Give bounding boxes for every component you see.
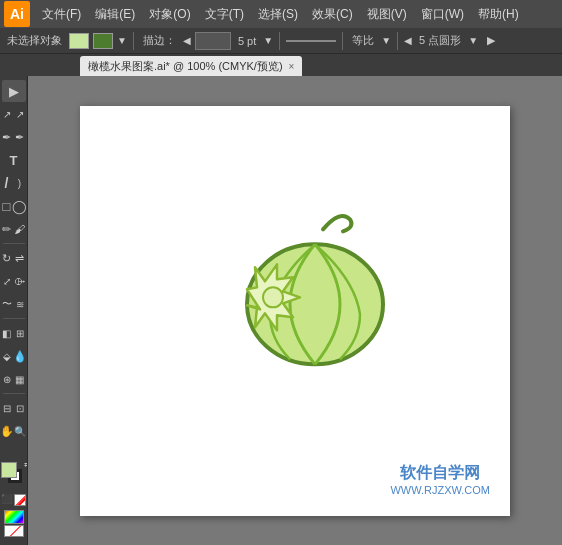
- ellipse-tool[interactable]: ◯: [14, 195, 26, 217]
- app-logo: Ai: [4, 1, 30, 27]
- anchor-tool[interactable]: ✒: [14, 126, 26, 148]
- type-tool[interactable]: T: [2, 149, 26, 171]
- tab-filename: 橄榄水果图案.ai* @ 100% (CMYK/预览): [88, 59, 283, 74]
- pencil-brush-pair: ✏ 🖌: [1, 218, 27, 240]
- scale-tool[interactable]: ⤢: [1, 270, 13, 292]
- document-tab[interactable]: 橄榄水果图案.ai* @ 100% (CMYK/预览) ×: [80, 56, 302, 76]
- hand-zoom-pair: ✋ 🔍: [1, 420, 27, 442]
- reshape-tool[interactable]: ≋: [14, 293, 26, 315]
- symbol-tool[interactable]: ⊛: [1, 368, 13, 390]
- menu-object[interactable]: 对象(O): [143, 4, 196, 25]
- shape-tool-pair: □ ◯: [1, 195, 27, 217]
- shape-dropdown[interactable]: ▼: [468, 35, 478, 46]
- reflect-tool[interactable]: ⇌: [14, 247, 26, 269]
- pen-tool-pair: ✒ ✒: [1, 126, 27, 148]
- default-reset-row: ⬛: [1, 494, 26, 506]
- stroke-label: 描边：: [140, 33, 179, 48]
- gradient-tool[interactable]: ◧: [1, 322, 13, 344]
- warp-pair: 〜 ≋: [1, 293, 27, 315]
- menu-window[interactable]: 窗口(W): [415, 4, 470, 25]
- watermark-url: WWW.RJZXW.COM: [390, 484, 490, 496]
- none-slash: [14, 494, 26, 506]
- rect-tool[interactable]: □: [1, 195, 13, 217]
- watermark: 软件自学网 WWW.RJZXW.COM: [390, 463, 490, 496]
- tab-colormode: CMYK/预览: [222, 60, 279, 72]
- none-slash-2: [7, 525, 22, 537]
- stroke-value-display: 5 pt: [235, 35, 259, 47]
- ratio-dropdown[interactable]: ▼: [381, 35, 391, 46]
- eyedropper-tool[interactable]: 💧: [14, 345, 26, 367]
- menu-select[interactable]: 选择(S): [252, 4, 304, 25]
- warp-tool[interactable]: 〜: [1, 293, 13, 315]
- stroke-dropdown-arrow[interactable]: ▼: [117, 35, 127, 46]
- title-bar: Ai 文件(F) 编辑(E) 对象(O) 文字(T) 选择(S) 效果(C) 视…: [0, 0, 562, 28]
- selection-tool[interactable]: ▶: [2, 80, 26, 102]
- watermark-title: 软件自学网: [390, 463, 490, 484]
- svg-point-1: [263, 287, 283, 307]
- artboard: 软件自学网 WWW.RJZXW.COM: [80, 106, 510, 516]
- default-colors-icon[interactable]: ⬛: [1, 494, 12, 506]
- menu-type[interactable]: 文字(T): [199, 4, 250, 25]
- separator-4: [397, 32, 398, 50]
- tab-zoom: 100%: [187, 60, 215, 72]
- tab-filename-text: 橄榄水果图案.ai*: [88, 60, 170, 72]
- fruit-illustration: [185, 199, 405, 402]
- none-mode-icon[interactable]: [4, 525, 24, 537]
- menu-help[interactable]: 帮助(H): [472, 4, 525, 25]
- zoom-tool[interactable]: 🔍: [14, 420, 26, 442]
- line-style-preview[interactable]: [286, 40, 336, 42]
- hand-tool[interactable]: ✋: [1, 420, 13, 442]
- separator-2: [279, 32, 280, 50]
- stroke-adjust-left[interactable]: ◀: [183, 35, 191, 46]
- equal-ratio-label: 等比: [349, 33, 377, 48]
- tab-close-button[interactable]: ×: [289, 61, 295, 72]
- menu-edit[interactable]: 编辑(E): [89, 4, 141, 25]
- slice-tool[interactable]: ⊡: [14, 397, 26, 419]
- options-toolbar: 未选择对象 ▼ 描边： ◀ 5 pt ▼ 等比 ▼ ◀ 5 点圆形 ▼ ▶: [0, 28, 562, 54]
- pencil-tool[interactable]: ✏: [1, 218, 13, 240]
- artboard-slice-pair: ⊟ ⊡: [1, 397, 27, 419]
- toolbar-separator-1: [3, 243, 25, 244]
- selection-tool-pair: ↗ ↗: [1, 103, 27, 125]
- fill-box[interactable]: [1, 462, 17, 478]
- fill-gradient-pair: ◧ ⊞: [1, 322, 27, 344]
- mode-icons: [4, 510, 24, 537]
- toolbar-separator-3: [3, 393, 25, 394]
- shape-label: 5 点圆形: [416, 33, 464, 48]
- line-tool-pair: / ): [1, 172, 27, 194]
- tab-bar: 橄榄水果图案.ai* @ 100% (CMYK/预览) ×: [0, 54, 562, 76]
- menu-effect[interactable]: 效果(C): [306, 4, 359, 25]
- color-mode-icon[interactable]: [4, 510, 24, 524]
- separator-1: [133, 32, 134, 50]
- shape-left[interactable]: ◀: [404, 35, 412, 46]
- artboard-tool[interactable]: ⊟: [1, 397, 13, 419]
- symbol-chart-pair: ⊛ ▦: [1, 368, 27, 390]
- scale-shear-pair: ⤢ ⌱: [1, 270, 27, 292]
- canvas-area: 软件自学网 WWW.RJZXW.COM: [28, 76, 562, 545]
- mesh-tool[interactable]: ⊞: [14, 322, 26, 344]
- direct-selection-tool[interactable]: ↗: [1, 103, 13, 125]
- rotate-tool[interactable]: ↻: [1, 247, 13, 269]
- stroke-adjust-right[interactable]: ▼: [263, 35, 273, 46]
- stroke-value-input[interactable]: [195, 32, 231, 50]
- selection-label: 未选择对象: [4, 33, 65, 48]
- arc-tool[interactable]: ): [14, 172, 26, 194]
- chart-tool[interactable]: ▦: [14, 368, 26, 390]
- menu-file[interactable]: 文件(F): [36, 4, 87, 25]
- fruit-svg: [185, 199, 405, 399]
- more-options[interactable]: ▶: [484, 34, 498, 47]
- rotate-reflect-pair: ↻ ⇌: [1, 247, 27, 269]
- fill-color-swatch[interactable]: [69, 33, 89, 49]
- pen-tool[interactable]: ✒: [1, 126, 13, 148]
- line-tool[interactable]: /: [1, 172, 13, 194]
- blend-tool[interactable]: ⬙: [1, 345, 13, 367]
- shear-tool[interactable]: ⌱: [14, 270, 26, 292]
- group-selection-tool[interactable]: ↗: [14, 103, 26, 125]
- menu-view[interactable]: 视图(V): [361, 4, 413, 25]
- none-color-box[interactable]: [14, 494, 26, 506]
- blend-eyedropper-pair: ⬙ 💧: [1, 345, 27, 367]
- toolbar-separator-2: [3, 318, 25, 319]
- stroke-color-swatch[interactable]: [93, 33, 113, 49]
- menu-bar: 文件(F) 编辑(E) 对象(O) 文字(T) 选择(S) 效果(C) 视图(V…: [36, 4, 558, 25]
- brush-tool[interactable]: 🖌: [14, 218, 26, 240]
